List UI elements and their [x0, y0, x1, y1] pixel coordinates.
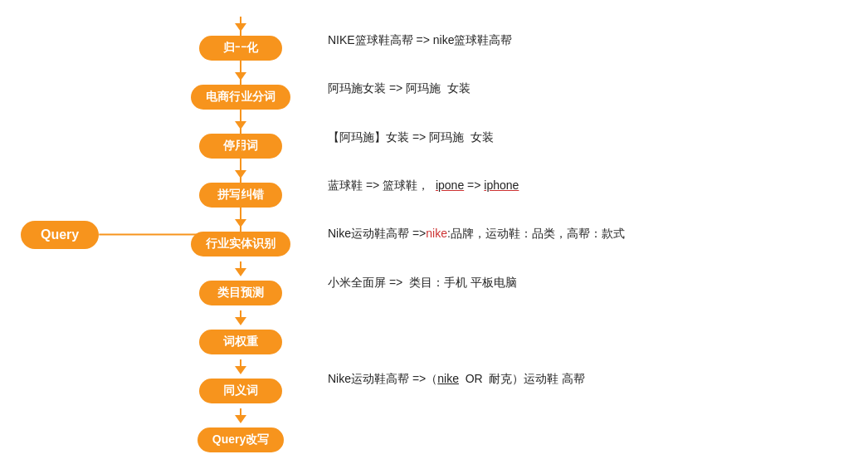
arrow-head [235, 317, 246, 325]
arrow-head [235, 415, 246, 423]
desc-text-0: NIKE篮球鞋高帮 => nike篮球鞋高帮 [328, 33, 513, 48]
desc-item-8 [328, 404, 851, 452]
flow-steps: 归一化 电商行业分词 停用词 拼写纠错 行业实体识别 类目预测 词权重 同义词 … [178, 12, 303, 457]
arrow-head [235, 72, 246, 81]
arrow-head [235, 170, 246, 178]
diagram-wrapper: Query 归一化 电商行业分词 停用词 拼写纠错 行业实体识别 类目预测 词权… [0, 0, 868, 469]
arrow-head [235, 219, 246, 227]
arrow-shaft [240, 66, 241, 72]
step-term-weight: 词权重 [199, 330, 282, 354]
arrow-after-normalization [235, 66, 246, 81]
arrow-shaft [240, 115, 241, 121]
desc-text-4: Nike运动鞋高帮 =>nike:品牌，运动鞋：品类，高帮：款式 [328, 227, 625, 242]
arrow-head [235, 268, 246, 276]
arrow-head [235, 366, 246, 374]
step-entity-recog: 行业实体识别 [191, 232, 290, 256]
arrow-shaft [240, 164, 241, 170]
arrow-shaft [240, 359, 241, 366]
arrow-after-synonym [235, 408, 246, 423]
arrow-after-term-weight [235, 359, 246, 374]
arrow-after-stopwords [235, 164, 246, 178]
arrow-after-ecommerce-seg [235, 115, 246, 129]
arrow-shaft [240, 310, 241, 317]
desc-item-5: 小米全面屏 => 类目：手机 平板电脑 [328, 259, 851, 307]
desc-item-2: 【阿玛施】女装 => 阿玛施 女装 [328, 114, 851, 162]
desc-item-3: 蓝球鞋 => 篮球鞋， ipone => iphone [328, 162, 851, 210]
step-stopwords: 停用词 [199, 134, 282, 159]
arrow-after-category-pred [235, 310, 246, 325]
desc-text-7: Nike运动鞋高帮 =>（nike OR 耐克）运动鞋 高帮 [328, 372, 585, 387]
desc-text-5: 小米全面屏 => 类目：手机 平板电脑 [328, 276, 517, 291]
desc-text-1: 阿玛施女装 => 阿玛施 女装 [328, 81, 471, 96]
arrow-shaft [240, 408, 241, 415]
arrow-into-normalization [235, 17, 246, 32]
query-label: Query [21, 221, 99, 249]
step-synonym: 同义词 [199, 379, 282, 403]
desc-item-7: Nike运动鞋高帮 =>（nike OR 耐克）运动鞋 高帮 [328, 355, 851, 403]
step-query-rewrite: Query改写 [197, 427, 284, 452]
arrow-shaft [240, 17, 241, 23]
left-section: Query [12, 12, 178, 457]
desc-item-4: Nike运动鞋高帮 =>nike:品牌，运动鞋：品类，高帮：款式 [328, 210, 851, 258]
descriptions-section: NIKE篮球鞋高帮 => nike篮球鞋高帮 阿玛施女装 => 阿玛施 女装 【… [303, 12, 851, 457]
arrow-head [235, 23, 246, 32]
desc-text-3: 蓝球鞋 => 篮球鞋， ipone => iphone [328, 178, 519, 193]
desc-item-0: NIKE篮球鞋高帮 => nike篮球鞋高帮 [328, 17, 851, 65]
step-category-pred: 类目预测 [199, 281, 282, 305]
arrow-after-entity-recog [235, 261, 246, 276]
arrow-head [235, 121, 246, 129]
desc-item-1: 阿玛施女装 => 阿玛施 女装 [328, 65, 851, 113]
arrow-shaft [240, 213, 241, 219]
arrow-shaft [240, 261, 241, 268]
desc-text-2: 【阿玛施】女装 => 阿玛施 女装 [328, 130, 494, 145]
desc-item-6 [328, 307, 851, 355]
step-spell-correct: 拼写纠错 [199, 183, 282, 208]
step-normalization: 归一化 [199, 36, 282, 61]
arrow-after-spell-correct [235, 213, 246, 227]
step-ecommerce-seg: 电商行业分词 [191, 85, 290, 110]
